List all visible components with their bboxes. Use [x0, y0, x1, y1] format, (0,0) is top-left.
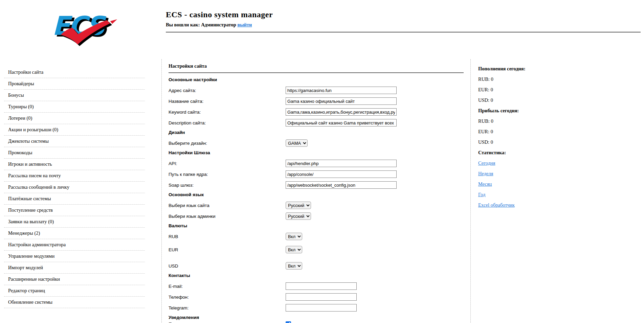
page-title: ECS - casino system manager: [166, 10, 641, 19]
admin-language-label: Выбери язык админки: [169, 214, 286, 219]
form-row: E-mail:: [169, 282, 464, 290]
ecs-logo-image: ECS ECS: [46, 6, 117, 47]
site-language-select[interactable]: Русский: [286, 202, 311, 209]
sidebar-item-providers[interactable]: Провайдеры: [4, 78, 145, 90]
form-row: Soap шлюз:: [169, 181, 464, 189]
sidebar: Настройки сайта Провайдеры Бонусы Турнир…: [0, 59, 161, 323]
stats-link-month[interactable]: Месяц: [478, 181, 492, 187]
form-row: RUB Вкл: [169, 233, 464, 240]
sidebar-item-pm-mailing[interactable]: Рассылка сообщений в личку: [4, 182, 145, 193]
form-row: При пополнение счета:: [169, 320, 464, 323]
site-keywords-input[interactable]: [286, 108, 397, 116]
sidebar-item-promocodes[interactable]: Промокоды: [4, 147, 145, 159]
site-name-input[interactable]: [286, 97, 397, 105]
form-row: Телефон:: [169, 293, 464, 301]
rub-label: RUB: [169, 234, 286, 239]
rub-select[interactable]: Вкл: [286, 233, 302, 240]
usd-label: USD: [169, 263, 286, 269]
form-row: Адрес сайта:: [169, 87, 464, 94]
email-input[interactable]: [286, 282, 357, 290]
sidebar-item-email-mailing[interactable]: Рассылка писем на почту: [4, 170, 145, 182]
sidebar-item-promotions[interactable]: Акции и розыгрыши (0): [4, 124, 145, 136]
phone-input[interactable]: [286, 293, 357, 301]
form-row: Выберите дизайн: GAMA: [169, 139, 464, 147]
form-row: Keyword сайта:: [169, 108, 464, 116]
sidebar-item-tournaments[interactable]: Турниры (0): [4, 101, 145, 113]
sidebar-item-players-activity[interactable]: Игроки и активность: [4, 159, 145, 170]
profit-rub: RUB: 0: [478, 118, 644, 124]
eur-select[interactable]: Вкл: [286, 246, 302, 253]
deposits-usd: USD: 0: [478, 97, 644, 103]
deposits-rub: RUB: 0: [478, 76, 644, 82]
phone-label: Телефон:: [169, 295, 286, 300]
form-row: EUR Вкл: [169, 246, 464, 253]
sidebar-item-module-management[interactable]: Управление модулями: [4, 251, 145, 262]
stats-link-excel-handler[interactable]: Excel обработчик: [478, 202, 515, 208]
statistics-title: Статистика:: [478, 150, 644, 155]
sidebar-item-managers[interactable]: Менеджеры (2): [4, 228, 145, 239]
sidebar-item-page-editor[interactable]: Редактор страниц: [4, 285, 145, 297]
stats-link-week[interactable]: Неделя: [478, 171, 493, 176]
section-design: Дизайн: [169, 130, 464, 135]
stats-link-today[interactable]: Сегодня: [478, 160, 495, 166]
deposit-notify-checkbox[interactable]: [286, 321, 291, 323]
panel-divider: [169, 72, 464, 73]
form-row: API:: [169, 160, 464, 167]
ecs-logo: ECS ECS: [46, 6, 117, 47]
sidebar-item-jackpots[interactable]: Джекпоты системы: [4, 136, 145, 147]
form-row: Telegram:: [169, 304, 464, 312]
site-name-label: Название сайта:: [169, 99, 286, 104]
sidebar-item-admin-settings[interactable]: Настройки администратора: [4, 239, 145, 251]
profit-today-title: Прибыль сегодня:: [478, 108, 644, 113]
design-select-label: Выберите дизайн:: [169, 141, 286, 146]
section-basic-settings: Основные настройки: [169, 77, 464, 83]
profit-eur: EUR: 0: [478, 129, 644, 134]
form-row: Выбери язык админки Русский: [169, 212, 464, 220]
header: ECS ECS ECS - casino system manager Вы в…: [0, 0, 644, 59]
sidebar-item-payout-requests[interactable]: Заявки на выплату (0): [4, 216, 145, 228]
site-description-label: Description сайта:: [169, 120, 286, 125]
form-row: Выбери язык сайта Русский: [169, 202, 464, 209]
site-url-input[interactable]: [286, 87, 397, 94]
section-language: Основной язык: [169, 192, 464, 198]
panel-title: Настройки сайта: [169, 63, 464, 69]
site-description-input[interactable]: [286, 119, 397, 126]
sidebar-item-bonuses[interactable]: Бонусы: [4, 90, 145, 101]
form-row: Description сайта:: [169, 119, 464, 126]
soap-gateway-input[interactable]: [286, 181, 397, 189]
site-language-label: Выбери язык сайта: [169, 203, 286, 208]
sidebar-item-lotteries[interactable]: Лотереи (0): [4, 113, 145, 124]
deposit-notify-label: При пополнение счета:: [169, 322, 286, 323]
telegram-input[interactable]: [286, 304, 357, 312]
sidebar-item-payment-systems[interactable]: Платёжные системы: [4, 193, 145, 205]
api-input[interactable]: [286, 160, 397, 167]
form-row: Путь к папке ядра:: [169, 170, 464, 178]
design-select[interactable]: GAMA: [286, 139, 308, 147]
deposits-eur: EUR: 0: [478, 87, 644, 92]
admin-language-select[interactable]: Русский: [286, 212, 311, 220]
sidebar-item-system-update[interactable]: Обновление системы: [4, 297, 145, 308]
sidebar-item-module-import[interactable]: Импорт модулей: [4, 262, 145, 274]
form-row: USD Вкл: [169, 262, 464, 270]
logo-swoosh-tip: [110, 19, 117, 24]
email-label: E-mail:: [169, 284, 286, 289]
eur-label: EUR: [169, 247, 286, 252]
usd-select[interactable]: Вкл: [286, 262, 302, 270]
sidebar-item-incoming-funds[interactable]: Поступление средств: [4, 205, 145, 216]
section-contacts: Контакты: [169, 273, 464, 278]
sidebar-menu: Настройки сайта Провайдеры Бонусы Турнир…: [4, 67, 145, 308]
deposits-today-title: Пополнения сегодня:: [478, 66, 644, 71]
section-currencies: Валюты: [169, 223, 464, 229]
site-url-label: Адрес сайта:: [169, 88, 286, 93]
stats-link-year[interactable]: Год: [478, 192, 485, 197]
sidebar-item-advanced-settings[interactable]: Расширенные настройки: [4, 274, 145, 285]
site-keywords-label: Keyword сайта:: [169, 110, 286, 115]
logout-link[interactable]: выйти: [237, 22, 252, 27]
sidebar-item-site-settings[interactable]: Настройки сайта: [4, 67, 145, 78]
header-divider: [166, 32, 641, 32]
login-status-text: Вы вошли как: Администратор: [166, 22, 236, 27]
form-row: Название сайта:: [169, 97, 464, 105]
stats-panel: Пополнения сегодня: RUB: 0 EUR: 0 USD: 0…: [470, 59, 644, 323]
soap-gateway-label: Soap шлюз:: [169, 183, 286, 188]
core-path-input[interactable]: [286, 170, 397, 178]
